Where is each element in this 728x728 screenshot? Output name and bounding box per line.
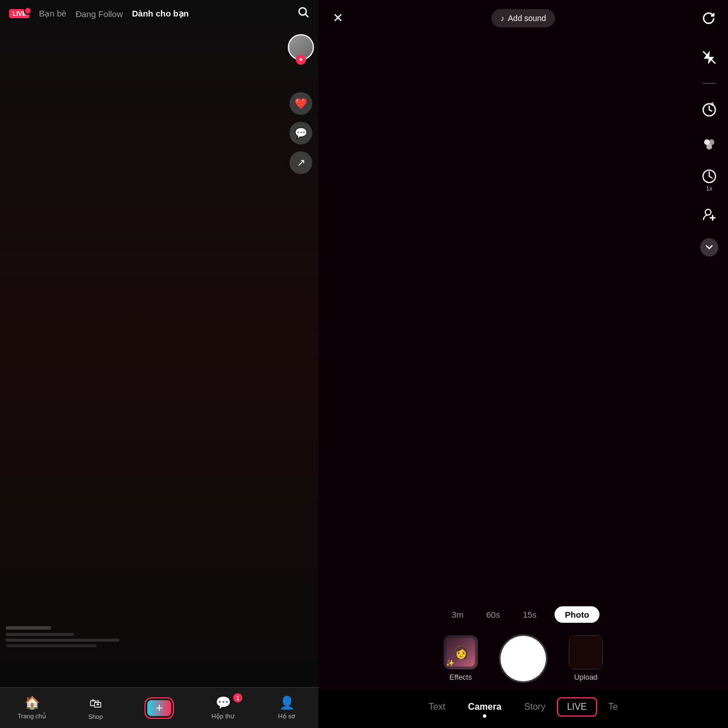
nav-home[interactable]: 🏠 Trang chủ <box>15 696 49 720</box>
shop-label: Shop <box>88 713 103 720</box>
inbox-icon: 💬 <box>216 696 231 710</box>
svg-text:3: 3 <box>711 101 714 107</box>
svg-point-7 <box>706 144 712 150</box>
nav-profile[interactable]: 👤 Hồ sơ <box>270 696 304 720</box>
live-badge[interactable]: LIVE <box>9 9 30 18</box>
video-actions: + ❤️ 💬 ↗ <box>288 34 314 174</box>
filter-effects-button[interactable] <box>697 133 721 156</box>
left-header: LIVE Bạn bè Đang Follow Dành cho bạn <box>0 0 318 27</box>
search-icon[interactable] <box>297 6 309 22</box>
add-sound-label: Add sound <box>508 14 546 23</box>
video-background <box>0 0 318 687</box>
video-caption <box>6 626 284 647</box>
camera-tools: 3 1x <box>697 46 721 257</box>
flash-off-button[interactable] <box>697 46 721 69</box>
nav-shop[interactable]: 🛍 Shop <box>78 696 113 720</box>
video-area: + ❤️ 💬 ↗ <box>0 0 318 687</box>
shutter-row: 👩 Effects Upload <box>318 630 728 690</box>
share-button[interactable]: ↗ <box>289 151 312 174</box>
right-panel: ✕ ♪ Add sound 3 <box>318 0 728 728</box>
shop-icon: 🛍 <box>89 696 102 711</box>
profile-icon: 👤 <box>279 696 295 710</box>
tab-camera[interactable]: Camera <box>457 697 513 717</box>
nav-inbox[interactable]: 💬 1 Hộp thư <box>206 696 240 720</box>
mode-photo[interactable]: Photo <box>555 606 599 623</box>
timer-button[interactable]: 3 <box>697 97 721 121</box>
header-tabs: Bạn bè Đang Follow Dành cho bạn <box>39 9 188 19</box>
tab-ban-be[interactable]: Bạn bè <box>39 9 66 19</box>
camera-header: ✕ ♪ Add sound <box>318 0 728 36</box>
recording-mode-selector: 3m 60s 15s Photo <box>318 597 728 630</box>
svg-point-9 <box>705 209 711 215</box>
mode-3m[interactable]: 3m <box>447 607 468 622</box>
profile-label: Hồ sơ <box>278 713 296 720</box>
create-button[interactable]: + <box>146 698 173 718</box>
inbox-badge: 1 <box>233 693 242 702</box>
shutter-button[interactable] <box>500 636 546 681</box>
home-label: Trang chủ <box>18 713 46 720</box>
home-icon: 🏠 <box>24 696 40 710</box>
effects-thumbnail: 👩 <box>444 635 478 669</box>
creator-avatar-container: + <box>288 34 314 60</box>
speed-button[interactable]: 1x <box>697 168 721 192</box>
camera-bottom-controls: 3m 60s 15s Photo 👩 Effects Upload Text <box>318 597 728 728</box>
effects-label: Effects <box>449 673 472 681</box>
tab-text[interactable]: Text <box>417 697 457 717</box>
divider <box>702 83 716 84</box>
left-panel: LIVE Bạn bè Đang Follow Dành cho bạn + ❤… <box>0 0 318 728</box>
music-note-icon: ♪ <box>500 14 504 23</box>
bottom-navigation: 🏠 Trang chủ 🛍 Shop + 💬 1 Hộp thư 👤 Hồ sơ <box>0 687 318 728</box>
inbox-label: Hộp thư <box>212 713 234 720</box>
comment-button[interactable]: 💬 <box>289 122 312 144</box>
tab-dang-follow[interactable]: Đang Follow <box>76 9 123 19</box>
upload-button[interactable]: Upload <box>569 635 603 681</box>
close-button[interactable]: ✕ <box>328 8 348 28</box>
speed-label: 1x <box>706 185 713 192</box>
add-sound-button[interactable]: ♪ Add sound <box>491 9 555 27</box>
add-person-button[interactable] <box>697 203 721 227</box>
upload-thumbnail <box>569 635 603 669</box>
more-tools-button[interactable] <box>700 238 718 257</box>
svg-point-0 <box>299 8 307 15</box>
nav-create[interactable]: + <box>142 698 176 718</box>
effects-button[interactable]: 👩 Effects <box>444 635 478 681</box>
upload-label: Upload <box>574 673 597 681</box>
like-button[interactable]: ❤️ <box>289 92 312 115</box>
follow-plus-icon[interactable]: + <box>296 55 306 65</box>
bottom-mode-tabs: Text Camera Story LIVE Te <box>318 690 728 728</box>
svg-line-1 <box>305 14 308 17</box>
tab-story[interactable]: Story <box>513 697 557 717</box>
refresh-button[interactable] <box>698 8 719 28</box>
caption-text <box>6 626 284 647</box>
mode-15s[interactable]: 15s <box>518 607 541 622</box>
tab-templates[interactable]: Te <box>597 697 630 717</box>
tab-danh-cho-ban[interactable]: Dành cho bạn <box>132 9 189 19</box>
mode-60s[interactable]: 60s <box>482 607 504 622</box>
tab-live[interactable]: LIVE <box>557 697 597 717</box>
